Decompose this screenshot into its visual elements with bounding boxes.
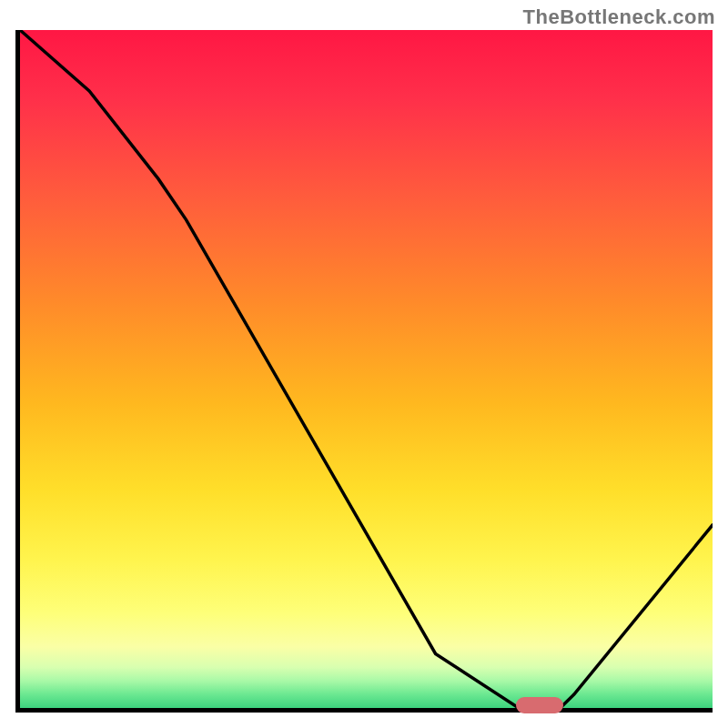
chart-container: TheBottleneck.com <box>0 0 728 728</box>
bottleneck-marker <box>516 697 563 713</box>
chart-axes <box>15 30 713 713</box>
watermark-text: TheBottleneck.com <box>523 5 715 29</box>
